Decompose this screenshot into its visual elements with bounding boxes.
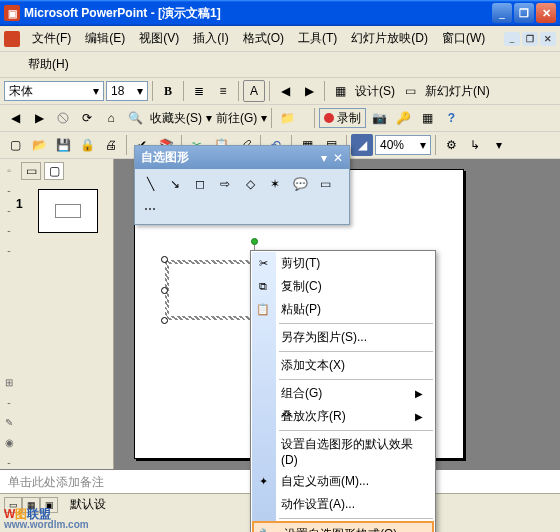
rail-btn-4[interactable]: - — [2, 223, 16, 237]
menu-help[interactable]: 帮助(H) — [22, 54, 75, 75]
shape-more-button[interactable]: ⋯ — [139, 198, 161, 220]
rail-btn-a[interactable]: ⊞ — [2, 375, 16, 389]
font-name-select[interactable]: 宋体▾ — [4, 81, 104, 101]
shape-block-arrows-button[interactable]: ⇨ — [214, 173, 236, 195]
shape-flowchart-button[interactable]: ◇ — [239, 173, 261, 195]
restore-button[interactable]: ❐ — [514, 3, 534, 23]
menu-format[interactable]: 格式(O) — [237, 28, 290, 49]
ctx-copy[interactable]: ⧉复制(C) — [251, 275, 435, 298]
new-slide-button[interactable]: 新幻灯片(N) — [423, 83, 492, 100]
shape-lines-button[interactable]: ╲ — [139, 173, 161, 195]
decrease-indent-button[interactable]: ◀ — [274, 80, 296, 102]
window-title: Microsoft PowerPoint - [演示文稿1] — [24, 5, 492, 22]
outline-tab[interactable]: ▭ — [21, 162, 41, 180]
ctx-format-autoshape[interactable]: 🔧设置自选图形格式(O)... — [252, 521, 434, 532]
ctx-format-label: 设置自选图形格式(O)... — [284, 526, 407, 532]
rail-btn-2[interactable]: - — [2, 183, 16, 197]
slide-thumbnail-1[interactable] — [38, 189, 98, 233]
misc-button[interactable]: ▾ — [488, 134, 510, 156]
resize-handle-sw[interactable] — [161, 317, 168, 324]
ctx-paste-label: 粘贴(P) — [281, 301, 321, 318]
back-button[interactable]: ◀ — [4, 107, 26, 129]
permission-button[interactable]: 🔒 — [76, 134, 98, 156]
goto-button[interactable]: 前往(G) — [214, 110, 259, 127]
autoshapes-close-button[interactable]: ✕ — [333, 151, 343, 165]
mdi-close-button[interactable]: ✕ — [540, 32, 556, 46]
menu-view[interactable]: 视图(V) — [133, 28, 185, 49]
doc-button[interactable]: ▦ — [416, 107, 438, 129]
menu-tools[interactable]: 工具(T) — [292, 28, 343, 49]
formatting-toolbar: 宋体▾ 18▾ B ≣ ≡ A ◀ ▶ ▦ 设计(S) ▭ 新幻灯片(N) — [0, 78, 560, 105]
ctx-anim-label: 自定义动画(M)... — [281, 473, 369, 490]
rail-btn-1[interactable]: ▫ — [2, 163, 16, 177]
menu-slideshow[interactable]: 幻灯片放映(D) — [345, 28, 434, 49]
autoshapes-toolbar[interactable]: 自选图形 ▾ ✕ ╲ ↘ ◻ ⇨ ◇ ✶ 💬 ▭ ⋯ — [134, 145, 350, 225]
ctx-addtext-label: 添加文本(X) — [281, 357, 345, 374]
folder-button[interactable]: 📁 — [276, 107, 298, 129]
increase-indent-button[interactable]: ▶ — [298, 80, 320, 102]
bold-button[interactable]: B — [157, 80, 179, 102]
shape-callouts-button[interactable]: 💬 — [289, 173, 311, 195]
minimize-button[interactable]: _ — [492, 3, 512, 23]
record-button[interactable]: 录制 — [319, 108, 366, 128]
font-size-select[interactable]: 18▾ — [106, 81, 148, 101]
close-button[interactable]: ✕ — [536, 3, 556, 23]
menu-edit[interactable]: 编辑(E) — [79, 28, 131, 49]
resize-handle-w[interactable] — [161, 287, 168, 294]
slides-tab[interactable]: ▢ — [44, 162, 64, 180]
gear-button[interactable]: ⚙ — [440, 134, 462, 156]
shape-action-button[interactable]: ▭ — [314, 173, 336, 195]
camera-button[interactable]: 📷 — [368, 107, 390, 129]
rail-btn-c[interactable]: ✎ — [2, 415, 16, 429]
menu-file[interactable]: 文件(F) — [26, 28, 77, 49]
arrow-button[interactable]: ↳ — [464, 134, 486, 156]
ctx-save-as-picture[interactable]: 另存为图片(S)... — [251, 326, 435, 349]
submenu-arrow-icon: ▶ — [415, 411, 423, 422]
ctx-action-settings[interactable]: 动作设置(A)... — [251, 493, 435, 516]
help-button[interactable]: ? — [440, 107, 462, 129]
save-button[interactable]: 💾 — [52, 134, 74, 156]
open-button[interactable]: 📂 — [28, 134, 50, 156]
autoshapes-options-button[interactable]: ▾ — [321, 151, 327, 165]
new-button[interactable]: ▢ — [4, 134, 26, 156]
rail-btn-5[interactable]: - — [2, 243, 16, 257]
forward-button[interactable]: ▶ — [28, 107, 50, 129]
resize-handle-nw[interactable] — [161, 256, 168, 263]
ctx-order[interactable]: 叠放次序(R)▶ — [251, 405, 435, 428]
rail-btn-3[interactable]: - — [2, 203, 16, 217]
ctx-set-defaults[interactable]: 设置自选图形的默认效果(D) — [251, 433, 435, 470]
mdi-minimize-button[interactable]: _ — [504, 32, 520, 46]
font-grow-button[interactable]: A — [243, 80, 265, 102]
ctx-cut[interactable]: ✂剪切(T) — [251, 252, 435, 275]
ctx-cut-label: 剪切(T) — [281, 255, 320, 272]
ctx-custom-animation[interactable]: ✦自定义动画(M)... — [251, 470, 435, 493]
font-name-value: 宋体 — [9, 83, 33, 100]
ctx-add-text[interactable]: 添加文本(X) — [251, 354, 435, 377]
rail-btn-b[interactable]: - — [2, 395, 16, 409]
color-button[interactable]: ◢ — [351, 134, 373, 156]
numbering-button[interactable]: ≡ — [212, 80, 234, 102]
home-button[interactable]: ⌂ — [100, 107, 122, 129]
mdi-restore-button[interactable]: ❐ — [522, 32, 538, 46]
zoom-select[interactable]: 40%▾ — [375, 135, 431, 155]
shape-basic-button[interactable]: ◻ — [189, 173, 211, 195]
rail-btn-d[interactable]: ◉ — [2, 435, 16, 449]
menu-window[interactable]: 窗口(W) — [436, 28, 491, 49]
shape-connectors-button[interactable]: ↘ — [164, 173, 186, 195]
ctx-paste[interactable]: 📋粘贴(P) — [251, 298, 435, 321]
rotate-handle[interactable] — [251, 238, 258, 245]
favorites-button[interactable]: 收藏夹(S) — [148, 110, 204, 127]
ctx-group-label: 组合(G) — [281, 385, 322, 402]
menu-insert[interactable]: 插入(I) — [187, 28, 234, 49]
key-button[interactable]: 🔑 — [392, 107, 414, 129]
design-button[interactable]: 设计(S) — [353, 83, 397, 100]
ctx-group[interactable]: 组合(G)▶ — [251, 382, 435, 405]
bullets-button[interactable]: ≣ — [188, 80, 210, 102]
rail-btn-e[interactable]: - — [2, 455, 16, 469]
watermark-url: www.wordlm.com — [4, 519, 89, 530]
print-button[interactable]: 🖨 — [100, 134, 122, 156]
refresh-button[interactable]: ⟳ — [76, 107, 98, 129]
shape-stars-button[interactable]: ✶ — [264, 173, 286, 195]
search-web-button[interactable]: 🔍 — [124, 107, 146, 129]
stop-button[interactable] — [52, 107, 74, 129]
